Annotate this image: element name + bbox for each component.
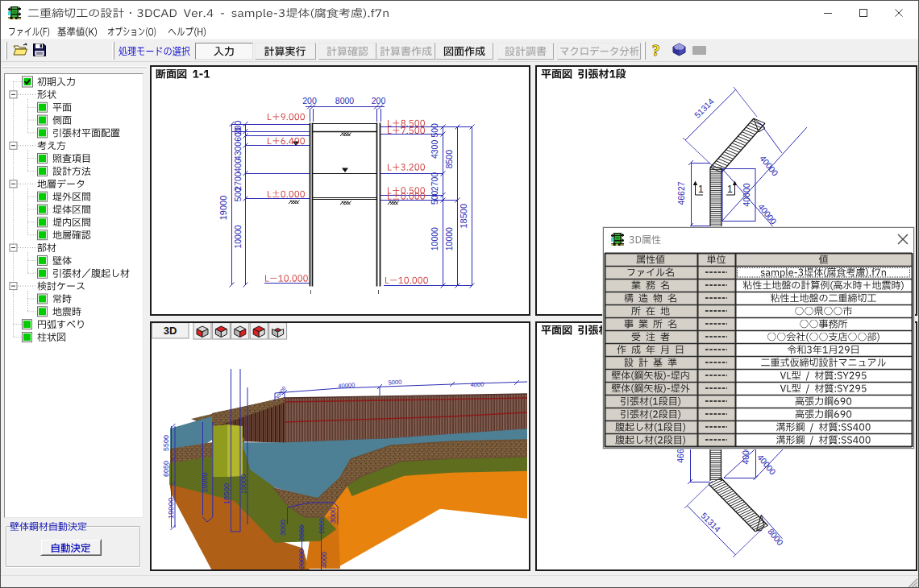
svg-text:400: 400 [233,159,243,173]
svg-text:10000: 10000 [233,225,243,248]
svg-text:2700: 2700 [430,172,439,192]
svg-text:3000: 3000 [279,520,287,536]
svg-text:500: 500 [430,123,439,138]
svg-text:40000: 40000 [758,153,780,177]
svg-text:19000: 19000 [218,196,228,221]
svg-text:600: 600 [233,127,243,142]
svg-text:8500: 8500 [444,150,454,169]
svg-text:20000: 20000 [297,549,306,569]
svg-text:4300: 4300 [233,142,243,161]
svg-text:5000: 5000 [388,379,401,387]
svg-text:10000: 10000 [444,227,454,251]
svg-text:18500: 18500 [222,483,231,504]
svg-text:500: 500 [233,188,243,202]
svg-text:1: 1 [698,184,704,195]
svg-text:46627: 46627 [676,181,686,205]
svg-text:10000: 10000 [430,227,439,251]
svg-text:3000: 3000 [329,507,337,524]
svg-text:19000: 19000 [166,498,175,519]
svg-text:2000: 2000 [318,518,326,534]
svg-text:466: 466 [676,449,685,463]
svg-text:51314: 51314 [692,96,716,119]
svg-text:6050: 6050 [162,461,170,477]
svg-text:4300: 4300 [430,140,439,159]
svg-text:8000: 8000 [335,96,355,106]
svg-text:51314: 51314 [699,511,722,534]
svg-text:19000: 19000 [239,474,247,494]
svg-text:200: 200 [302,96,317,106]
svg-text:4000: 4000 [320,552,328,568]
svg-text:500: 500 [430,190,439,205]
svg-text:4000: 4000 [470,381,484,389]
svg-text:3D: 3D [164,325,177,337]
svg-text:40000: 40000 [742,183,751,206]
svg-text:1: 1 [727,184,733,195]
svg-text:40000: 40000 [755,452,778,476]
svg-text:40000: 40000 [756,201,779,226]
svg-text:40000: 40000 [338,381,355,389]
svg-text:5500: 5500 [162,435,170,451]
svg-text:18500: 18500 [459,204,468,229]
svg-text:8000: 8000 [766,527,785,548]
svg-text:?: ? [652,42,660,59]
svg-text:200: 200 [372,96,386,106]
svg-text:10000: 10000 [201,472,209,492]
svg-text:2000: 2000 [297,525,306,541]
